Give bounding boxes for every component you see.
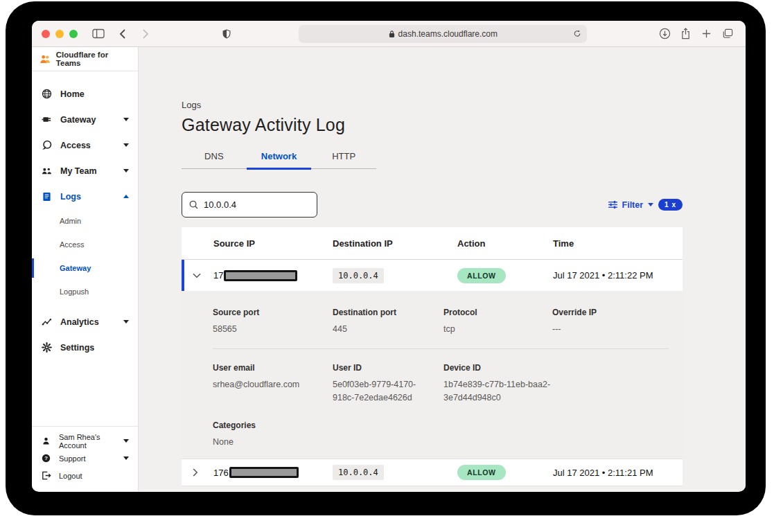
browser-window: dash.teams.cloudflare.com xyxy=(32,21,746,492)
sidebar-item-gateway[interactable]: Gateway xyxy=(32,107,138,132)
search-input[interactable] xyxy=(204,200,301,210)
detail-value-user-email: srhea@cloudflare.com xyxy=(213,378,333,391)
detail-label-override-ip: Override IP xyxy=(552,308,669,317)
sidebar-item-home[interactable]: Home xyxy=(32,81,138,107)
chevron-up-icon xyxy=(123,195,129,198)
filter-count-badge[interactable]: 1 x xyxy=(658,199,683,211)
activity-log-table: Source IP Destination IP Action Time 17 … xyxy=(182,227,683,486)
minimize-window-button[interactable] xyxy=(55,30,64,38)
share-icon[interactable] xyxy=(678,26,694,42)
chevron-down-icon xyxy=(123,143,129,147)
redaction-box xyxy=(224,270,297,281)
forward-icon[interactable] xyxy=(137,26,154,42)
tab-dns[interactable]: DNS xyxy=(182,151,247,170)
browser-toolbar: dash.teams.cloudflare.com xyxy=(32,21,746,47)
address-bar[interactable]: dash.teams.cloudflare.com xyxy=(299,25,587,43)
chevron-down-icon xyxy=(123,456,129,460)
url-text: dash.teams.cloudflare.com xyxy=(398,29,498,39)
sidebar-subitem-access[interactable]: Access xyxy=(32,233,138,256)
page-title: Gateway Activity Log xyxy=(182,115,746,135)
log-type-tabs: DNS Network HTTP xyxy=(182,151,376,169)
search-icon xyxy=(189,200,198,209)
row-details-panel: Source port 58565 Destination port 445 P… xyxy=(182,291,683,459)
redaction-box xyxy=(229,467,299,478)
support-label: Support xyxy=(59,454,86,463)
svg-text:?: ? xyxy=(44,455,48,461)
sidebar-item-label: Settings xyxy=(60,343,94,353)
column-header-destination-ip: Destination IP xyxy=(333,238,457,249)
sidebar-footer: Sam Rhea's Account ? Support Logout xyxy=(32,426,138,491)
sidebar-subitem-logpush[interactable]: Logpush xyxy=(32,280,138,303)
detail-value-override-ip: --- xyxy=(552,323,669,336)
column-header-action: Action xyxy=(457,238,553,249)
breadcrumb: Logs xyxy=(182,100,746,110)
tab-http[interactable]: HTTP xyxy=(311,151,376,170)
new-tab-icon[interactable] xyxy=(698,26,715,42)
logout-button[interactable]: Logout xyxy=(41,467,129,484)
table-row[interactable]: 17 10.0.0.4 ALLOW Jul 17 2021 • 2:11:22 … xyxy=(182,260,683,291)
time-value: Jul 17 2021 • 2:11:22 PM xyxy=(553,270,683,281)
downloads-icon[interactable] xyxy=(657,26,674,42)
sidebar-item-my-team[interactable]: My Team xyxy=(32,158,138,184)
gateway-icon xyxy=(41,114,52,125)
search-box[interactable] xyxy=(182,192,317,218)
sidebar-subitem-admin[interactable]: Admin xyxy=(32,209,138,233)
collapse-row-icon[interactable] xyxy=(193,273,213,278)
window-controls xyxy=(42,30,78,38)
column-header-time: Time xyxy=(553,238,683,249)
table-row[interactable]: 176 10.0.0.4 ALLOW Jul 17 2021 • 2:11:21… xyxy=(182,459,683,486)
action-badge: ALLOW xyxy=(457,465,506,480)
logout-icon xyxy=(41,471,51,480)
settings-icon xyxy=(41,342,52,353)
detail-label-device-id: Device ID xyxy=(443,363,669,373)
sidebar-item-label: Home xyxy=(60,89,85,99)
account-label: Sam Rhea's Account xyxy=(59,433,116,450)
detail-value-device-id: 1b74e839-c77b-11eb-baa2-3e7d44d948c0 xyxy=(443,378,561,405)
detail-label-source-port: Source port xyxy=(213,308,333,317)
lock-icon xyxy=(389,30,395,38)
sidebar-item-settings[interactable]: Settings xyxy=(32,335,138,360)
logout-label: Logout xyxy=(59,472,82,480)
sidebar: Cloudflare for Teams Home Gateway xyxy=(32,47,139,491)
account-menu[interactable]: Sam Rhea's Account xyxy=(41,432,129,450)
column-header-source-ip: Source IP xyxy=(213,238,333,249)
destination-ip-value: 10.0.0.4 xyxy=(333,465,384,480)
zoom-window-button[interactable] xyxy=(69,30,78,38)
detail-label-user-id: User ID xyxy=(333,363,443,373)
help-icon: ? xyxy=(41,454,51,463)
globe-icon xyxy=(41,89,52,99)
sidebar-item-label: My Team xyxy=(60,166,97,176)
sidebar-item-label: Gateway xyxy=(60,115,96,125)
tab-network[interactable]: Network xyxy=(247,151,312,170)
detail-label-protocol: Protocol xyxy=(443,308,552,317)
detail-label-user-email: User email xyxy=(213,363,333,373)
sidebar-item-access[interactable]: Access xyxy=(32,132,138,158)
detail-value-destination-port: 445 xyxy=(333,323,443,336)
brand[interactable]: Cloudflare for Teams xyxy=(32,47,138,71)
filter-control[interactable]: Filter 1 x xyxy=(608,199,683,211)
reload-icon[interactable] xyxy=(573,29,581,38)
sidebar-subitem-gateway[interactable]: Gateway xyxy=(32,256,138,280)
tab-overview-icon[interactable] xyxy=(719,26,736,42)
detail-label-destination-port: Destination port xyxy=(333,308,443,317)
toolbar-right-icons xyxy=(657,26,736,42)
detail-value-categories: None xyxy=(213,436,669,449)
sidebar-subitem-label: Gateway xyxy=(60,264,91,272)
detail-label-categories: Categories xyxy=(213,420,669,430)
support-menu[interactable]: ? Support xyxy=(41,450,129,467)
close-window-button[interactable] xyxy=(42,30,50,38)
detail-value-protocol: tcp xyxy=(443,323,552,336)
sidebar-subitem-label: Access xyxy=(60,240,84,249)
back-icon[interactable] xyxy=(114,26,130,42)
sidebar-item-logs[interactable]: Logs xyxy=(32,184,138,209)
expand-row-icon[interactable] xyxy=(193,468,213,477)
sidebar-toggle-icon[interactable] xyxy=(90,26,107,42)
sidebar-item-label: Logs xyxy=(60,192,81,202)
details-divider xyxy=(213,348,669,349)
source-ip-prefix: 176 xyxy=(213,468,229,478)
sidebar-item-label: Analytics xyxy=(60,317,99,327)
detail-value-source-port: 58565 xyxy=(213,323,333,336)
action-badge: ALLOW xyxy=(457,268,506,283)
sidebar-item-analytics[interactable]: Analytics xyxy=(32,309,138,335)
privacy-shield-icon[interactable] xyxy=(218,26,235,42)
